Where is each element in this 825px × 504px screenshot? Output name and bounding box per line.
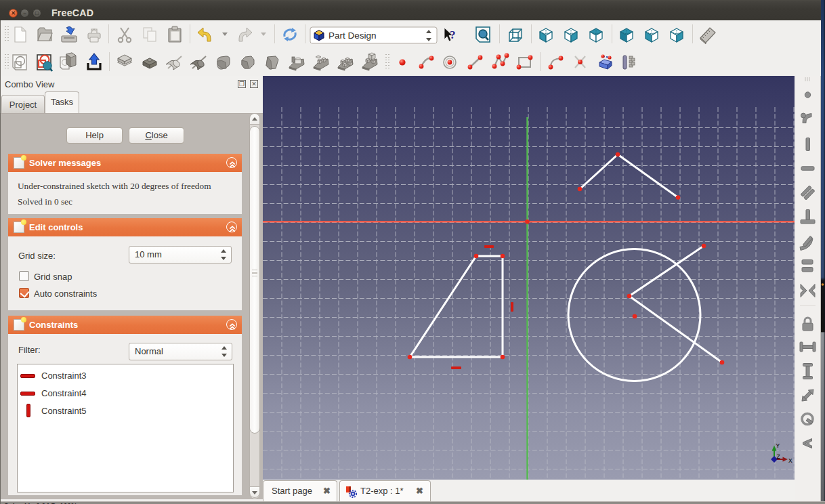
svg-text:Y: Y: [776, 442, 780, 449]
svg-text:Z: Z: [777, 453, 780, 460]
svg-text:?: ?: [450, 28, 456, 41]
svg-text:Part Design: Part Design: [329, 30, 377, 41]
svg-text:X: X: [788, 457, 792, 464]
